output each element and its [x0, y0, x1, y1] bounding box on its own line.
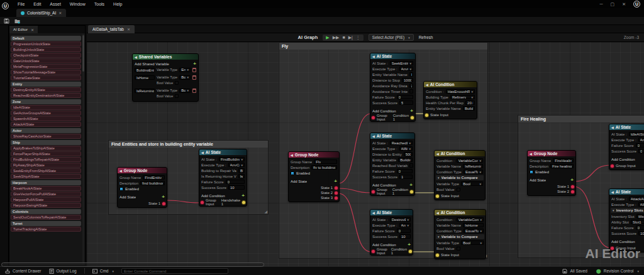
- node-header[interactable]: ◀Group Node: [118, 168, 167, 173]
- input-pin[interactable]: [436, 195, 439, 198]
- group-node-findentity[interactable]: ◀Group NodeGroup NameFindEntityDescripti…: [117, 167, 167, 208]
- comment-title[interactable]: Find Entities and store in building enti…: [109, 141, 268, 148]
- ai-state-list-item[interactable]: FindBuildingsToRepairAIState: [11, 157, 81, 162]
- close-tab-icon[interactable]: ✕: [127, 27, 130, 31]
- ai-state-node-attack[interactable]: ◀AI StateAI State :AttackAIState▾Execute…: [609, 188, 644, 252]
- output-log-button[interactable]: Output Log: [49, 269, 77, 274]
- field-input[interactable]: BuildingEntity: [409, 72, 413, 77]
- field-select[interactable]: VariableCompareCondition▾: [457, 158, 483, 163]
- scrollbar-thumb[interactable]: [82, 35, 84, 72]
- ai-state-list-item[interactable]: FlyAwayShipAIState: [11, 163, 81, 168]
- revision-control-dropdown[interactable]: ⬤ Revision Control ▾: [596, 269, 639, 274]
- add-button[interactable]: +: [242, 193, 245, 198]
- field-input[interactable]: FindEntity: [143, 175, 165, 180]
- play-to-button[interactable]: ▶|: [348, 35, 353, 40]
- ai-condition-node-compare2[interactable]: ◀AI ConditionCondition :VariableCompareC…: [434, 209, 486, 259]
- field-input[interactable]: fly to building entity: [311, 165, 337, 170]
- add-button[interactable]: +: [162, 195, 165, 199]
- node-header[interactable]: ◀AI Condition: [424, 82, 477, 87]
- output-pin[interactable]: [571, 190, 574, 193]
- collapse-icon[interactable]: ◀: [135, 55, 137, 59]
- ai-state-list-item[interactable]: GiveVectorForcePullAIState: [11, 191, 81, 197]
- section-collapse-icon[interactable]: ▾: [438, 176, 440, 180]
- tab-aidata-tailstab[interactable]: AIDataA_tailsTab ✕: [88, 25, 135, 33]
- ai-state-list-item[interactable]: BreakHookAIState: [11, 186, 81, 191]
- ai-state-list-item[interactable]: ForcePlayerShipAIState: [11, 151, 81, 156]
- collapse-icon[interactable]: ◀: [372, 211, 375, 215]
- close-tab-icon[interactable]: ✕: [31, 28, 34, 32]
- output-pin[interactable]: [409, 250, 412, 253]
- ai-state-list-item[interactable]: SendOutColonistsToRepairAIState: [11, 215, 81, 220]
- delete-variable-icon[interactable]: [192, 75, 196, 80]
- ai-state-node-destroy[interactable]: ◀AI StateAI State :DestroyEntityAIState▾…: [370, 209, 413, 256]
- field-input[interactable]: IsHome: [463, 223, 484, 227]
- ai-state-list-item[interactable]: MetaProgressionState: [11, 64, 81, 69]
- field-input[interactable]: 10: [399, 234, 411, 239]
- collapse-icon[interactable]: ◀: [611, 126, 614, 129]
- input-pin[interactable]: [436, 254, 439, 257]
- field-input[interactable]: 20.0: [465, 100, 475, 105]
- group-node-fly[interactable]: ◀Group NodeGroup NameFlyDescriptionfly t…: [288, 151, 340, 202]
- field-input[interactable]: Fire healing weapon: [550, 164, 574, 168]
- ai-state-list-item[interactable]: TutorialGateState: [11, 75, 81, 80]
- field-select[interactable]: Bool▾: [461, 181, 483, 186]
- node-header[interactable]: ◀AI State: [199, 149, 247, 155]
- output-pin[interactable]: [335, 191, 338, 195]
- ai-state-list-item[interactable]: SpawnInAIState: [11, 116, 81, 121]
- node-header[interactable]: ◀AI State: [370, 133, 414, 139]
- field-select[interactable]: AnyCanSucceed▾: [399, 223, 411, 227]
- field-input[interactable]: 0.5: [409, 89, 413, 94]
- node-header[interactable]: ◀AI State: [370, 210, 413, 215]
- comment-title[interactable]: Fly: [279, 43, 487, 50]
- delete-variable-icon[interactable]: [192, 89, 196, 93]
- field-select[interactable]: AnyCanSucceed▾: [638, 138, 644, 142]
- field-input[interactable]: BuildingEntity: [463, 106, 475, 111]
- field-input[interactable]: IsReturningHome: [238, 174, 245, 178]
- field-select[interactable]: AnyCanSucceed▾: [399, 67, 413, 71]
- field-select[interactable]: ReachedEntityDestinationAIState▾: [390, 141, 413, 145]
- ai-condition-node-repair[interactable]: ◀AI ConditionCondition :HasEnoughRepairI…: [423, 81, 477, 119]
- section-collapse-icon[interactable]: ▾: [438, 235, 440, 239]
- input-pin[interactable]: [372, 250, 375, 253]
- add-button[interactable]: +: [409, 183, 413, 187]
- field-input[interactable]: Slot1: [631, 220, 644, 224]
- input-pin[interactable]: [611, 164, 614, 168]
- field-select[interactable]: AllMustSucceed▾: [638, 202, 644, 207]
- console-command-input[interactable]: [121, 268, 228, 274]
- bool-value-checkbox[interactable]: [175, 94, 179, 98]
- collapse-icon[interactable]: ◀: [372, 134, 375, 138]
- enabled-checkbox[interactable]: ✓: [530, 170, 533, 174]
- field-select[interactable]: VariableCompareCondition▾: [457, 217, 484, 222]
- ai-state-list-item[interactable]: SeekShipAIState: [11, 174, 81, 179]
- field-input[interactable]: IsHome: [409, 163, 413, 168]
- menu-window[interactable]: Window: [70, 2, 86, 6]
- ai-state-list-item[interactable]: IdleAIState: [11, 105, 81, 110]
- field-select[interactable]: Refinery▾: [450, 95, 475, 99]
- field-select[interactable]: AllMustSucceed▾: [399, 146, 413, 151]
- content-drawer-button[interactable]: Content Drawer: [5, 269, 42, 274]
- add-button[interactable]: +: [334, 179, 337, 183]
- field-input[interactable]: 10: [638, 231, 644, 235]
- output-pin[interactable]: [411, 116, 414, 119]
- field-input[interactable]: 0: [397, 95, 413, 99]
- field-input[interactable]: 0: [397, 229, 411, 233]
- bool-value-checkbox[interactable]: [175, 81, 179, 85]
- variable-name-input[interactable]: IsReturningHome: [135, 89, 155, 93]
- collapse-icon[interactable]: ◀: [530, 152, 532, 156]
- node-header[interactable]: ◀Group Node: [528, 151, 575, 156]
- collapse-icon[interactable]: ◀: [436, 211, 439, 215]
- field-input[interactable]: IsReturningHome: [463, 164, 483, 168]
- cmd-dropdown[interactable]: Cmd ▾: [92, 269, 114, 274]
- ai-state-list-item[interactable]: ApplyBrakesToShipAIState: [11, 146, 81, 151]
- group-node-firehealing[interactable]: ◀Group NodeGroup NameFireHealingDescript…: [527, 150, 576, 196]
- play-button[interactable]: ▶: [326, 35, 329, 40]
- horizontal-scrollbar[interactable]: [1, 262, 264, 267]
- ai-state-list-item[interactable]: ShowRayCastActorState: [11, 134, 81, 139]
- section-collapse-icon[interactable]: ▾: [613, 208, 614, 212]
- ai-state-list-item[interactable]: ReachedEntityDestinationAIState: [11, 93, 81, 98]
- enabled-checkbox[interactable]: ✓: [291, 171, 294, 175]
- node-header[interactable]: ◀AI Condition: [435, 151, 485, 156]
- collapse-icon[interactable]: ◀: [201, 151, 204, 154]
- node-header[interactable]: ◀ Shared Variables: [133, 54, 198, 60]
- save-status[interactable]: All Saved: [562, 269, 587, 274]
